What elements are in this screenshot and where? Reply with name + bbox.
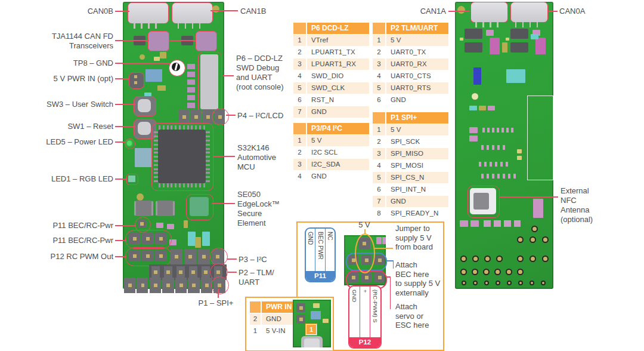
callout-sw1: SW1 – Reset <box>67 122 113 131</box>
pin-number: 2 <box>293 147 306 158</box>
leader-line <box>212 203 235 204</box>
table-title: P6 DCD-LZ <box>307 23 369 34</box>
se050-secure-element <box>190 197 209 216</box>
pin-table-row: 3LPUART1_RX <box>293 59 369 70</box>
p6-debug-connector <box>200 54 218 109</box>
via-row <box>460 269 524 275</box>
smd-pad <box>323 319 329 323</box>
pin-table-row: 2GND <box>250 313 297 325</box>
p1-pin1-outline <box>211 276 229 294</box>
pin-table-row: 6SPI_INT_N <box>373 184 448 195</box>
pin-signal: 5 V <box>386 35 448 46</box>
callout-led1: LED1 – RGB LED <box>51 174 113 184</box>
pin-number: 7 <box>373 196 385 207</box>
table-corner <box>293 23 306 34</box>
pin-table-row: 5UART0_RTS <box>373 82 448 94</box>
smd-pad <box>488 106 495 110</box>
callout-p2-tlm-uart: P2 – TLM/ UART <box>239 268 274 287</box>
via-row <box>460 255 503 262</box>
led5-power-led <box>127 141 132 146</box>
leader-line <box>115 141 125 143</box>
fiducial-dot <box>472 93 478 100</box>
pin-header <box>142 250 153 261</box>
smd-component <box>535 38 546 54</box>
smd-pad <box>469 136 478 141</box>
leader-line <box>115 40 149 41</box>
smd-pad <box>517 156 522 160</box>
pin-table-row: 7GND <box>373 196 448 207</box>
leader-line <box>364 229 366 234</box>
leader-line <box>218 289 219 298</box>
pin-number: 1 <box>373 124 385 136</box>
right-pcb-board <box>455 2 553 289</box>
callout-can0b: CAN0B <box>88 7 113 16</box>
smd-pad <box>517 149 522 153</box>
pin-number: 5 <box>373 172 385 183</box>
table-corner <box>250 301 261 313</box>
can0b-connector <box>128 2 169 24</box>
via-row <box>517 255 549 262</box>
smd-pad <box>140 54 145 60</box>
smd-pad <box>157 85 166 91</box>
leader-line <box>227 258 237 260</box>
callout-tja1144: TJA1144 CAN FD Transceivers <box>52 32 113 50</box>
mcu-pins-top <box>159 125 205 130</box>
via-row <box>462 281 546 285</box>
smd-pad <box>469 106 477 110</box>
table-title: PWR IN <box>262 301 297 313</box>
pin-number: 3 <box>373 59 385 70</box>
pin-table-row: 2LPUART1_TX <box>293 47 369 58</box>
smd-pad <box>486 30 494 36</box>
pin-table-row: 4SWD_DIO <box>293 70 369 82</box>
pin-signal: GND <box>307 171 369 182</box>
pin-number: 1 <box>373 35 385 46</box>
smd-pad <box>531 34 538 39</box>
table-title: P3/P4 I²C <box>307 123 369 134</box>
pin-signal: SPI_MISO <box>386 148 448 159</box>
pin-number: 3 <box>293 59 306 70</box>
note-jumper: Jumper to supply 5 V from board <box>395 224 433 252</box>
callout-s32k146: S32K146 Automotive MCU <box>237 143 276 172</box>
pin-signal: SPI_INT_N <box>386 184 448 195</box>
pin-name-column: BEC PWR <box>315 229 324 271</box>
smd-component <box>533 199 543 218</box>
smd-pad <box>479 106 486 110</box>
led5-power-led-outline <box>125 138 135 149</box>
pin-signal: I2C_SDA <box>307 159 369 170</box>
via-row <box>517 236 549 243</box>
smd-pad <box>506 38 509 41</box>
leader-line <box>390 276 391 309</box>
nfc-connector-socket <box>473 193 489 210</box>
connector-pins <box>475 22 502 27</box>
p11-label: P11 <box>306 271 335 281</box>
pin-signal: 5 V-IN <box>262 325 297 337</box>
pin-table-row: 2SPI_SCK <box>373 136 448 147</box>
table-p3p4-i2c: P3/P4 I²C 15 V2I2C SCL3I2C_SDA4GND <box>293 123 369 183</box>
table-pwr-in: PWR IN 2GND15 V-IN <box>250 301 297 337</box>
pin-number: 2 <box>373 47 385 58</box>
leader-line <box>374 248 393 249</box>
leader-line <box>448 11 470 12</box>
pad-row <box>484 220 521 227</box>
pin-table-row: 15 V <box>373 124 448 136</box>
test-point-center <box>172 63 180 71</box>
pin-number: 5 <box>373 82 385 94</box>
pin-header <box>142 233 153 244</box>
pin-header <box>155 233 166 244</box>
smd-component <box>490 38 500 54</box>
pin-signal: 5 V <box>307 135 369 146</box>
smd-pad <box>167 224 174 229</box>
led1-rgb-led <box>128 176 135 182</box>
pad-row <box>482 128 516 133</box>
pin-table-row: 1VTref <box>293 35 369 46</box>
can-transceiver-chip <box>148 31 169 51</box>
left-pcb-board <box>123 2 224 289</box>
smd-pad <box>313 303 320 308</box>
smd-pad <box>469 127 478 133</box>
leader-line <box>115 63 170 64</box>
tp8-test-point <box>169 60 185 76</box>
pin-signal: RST_N <box>307 94 369 106</box>
pin-signal: SPI_CS_N <box>386 172 448 183</box>
pin-signal: SPI_SCK <box>386 136 448 147</box>
table-corner <box>373 112 385 124</box>
